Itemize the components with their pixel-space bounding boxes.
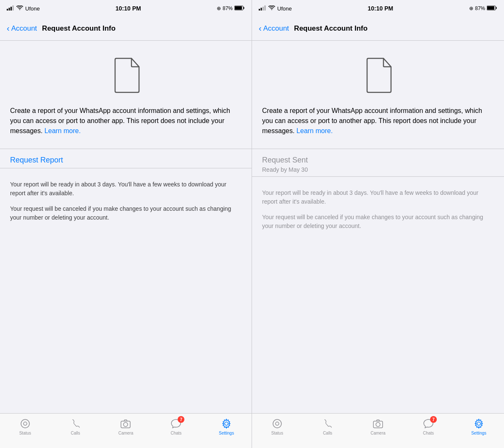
- svg-rect-13: [261, 8, 262, 10]
- tab-label-chats-2: Chats: [423, 431, 434, 435]
- wifi-icon-2: [268, 5, 275, 12]
- tab-camera-2[interactable]: Camera: [365, 418, 391, 435]
- chevron-left-icon-2: ‹: [259, 24, 262, 32]
- tab-camera-1[interactable]: Camera: [113, 418, 138, 435]
- status-left-1: Ufone: [7, 5, 40, 12]
- svg-rect-15: [265, 5, 266, 10]
- tab-chats-2[interactable]: 7 Chats: [416, 418, 441, 435]
- battery-icon-2: [487, 5, 497, 12]
- icon-area-1: [0, 41, 252, 106]
- svg-point-11: [225, 422, 228, 425]
- tab-bar-2: Status Calls Camera: [252, 413, 504, 448]
- tab-label-chats-1: Chats: [171, 431, 181, 435]
- ready-by-text: Ready by May 30: [262, 166, 494, 173]
- page-title-1: Request Account Info: [42, 24, 116, 33]
- document-icon-2: [363, 58, 393, 93]
- location-icon-2: ⊕: [469, 5, 473, 11]
- page-title-2: Request Account Info: [294, 24, 368, 33]
- chats-icon-2: 7: [423, 418, 434, 430]
- learn-more-link-1[interactable]: Learn more.: [45, 127, 81, 134]
- svg-rect-14: [262, 7, 264, 10]
- battery-icon-1: [234, 5, 245, 12]
- tab-label-camera-1: Camera: [118, 431, 134, 435]
- battery-percent-2: 87%: [475, 5, 485, 11]
- svg-point-19: [273, 419, 281, 428]
- svg-point-23: [477, 422, 480, 425]
- chats-icon-1: 7: [170, 418, 182, 430]
- divider-1: [0, 168, 252, 168]
- document-icon-1: [111, 58, 141, 93]
- svg-rect-1: [9, 8, 10, 10]
- status-right-2: ⊕ 87%: [469, 5, 497, 12]
- tab-chats-1[interactable]: 7 Chats: [163, 418, 189, 435]
- chats-badge-1: 7: [178, 416, 184, 423]
- camera-icon-1: [120, 418, 131, 430]
- status-right-1: ⊕ 87%: [217, 5, 245, 12]
- camera-icon-2: [372, 418, 384, 430]
- svg-point-8: [24, 422, 27, 425]
- learn-more-link-2[interactable]: Learn more.: [297, 127, 333, 134]
- carrier-name-1: Ufone: [25, 5, 40, 12]
- back-label-1: Account: [11, 24, 37, 33]
- tab-status-2[interactable]: Status: [265, 418, 290, 435]
- tab-label-status-2: Status: [271, 431, 283, 435]
- chevron-left-icon-1: ‹: [7, 24, 10, 32]
- svg-point-22: [376, 422, 380, 427]
- location-icon: ⊕: [217, 5, 221, 11]
- chats-badge-2: 7: [430, 416, 437, 423]
- nav-bar-2: ‹ Account Request Account Info: [252, 17, 504, 41]
- svg-rect-18: [487, 6, 494, 10]
- panel-2: Ufone 10:10 PM ⊕ 87% ‹ Account Request A…: [252, 0, 504, 448]
- back-button-2[interactable]: ‹ Account: [259, 24, 289, 33]
- main-content-2: Create a report of your WhatsApp account…: [252, 41, 504, 413]
- tab-calls-2[interactable]: Calls: [315, 418, 340, 435]
- svg-rect-3: [13, 5, 14, 10]
- action-section-2: Request Sent Ready by May 30: [252, 149, 504, 176]
- request-sent-title: Request Sent: [262, 156, 494, 165]
- tab-label-settings-1: Settings: [219, 431, 234, 435]
- svg-point-20: [276, 422, 279, 425]
- info-text-1a: Your report will be ready in about 3 day…: [10, 180, 242, 198]
- back-button-1[interactable]: ‹ Account: [7, 24, 37, 33]
- tab-label-camera-2: Camera: [370, 431, 386, 435]
- settings-icon-2: [473, 418, 485, 430]
- battery-percent-1: 87%: [223, 5, 233, 11]
- status-icon-2: [271, 418, 283, 430]
- description-text-2: Create a report of your WhatsApp account…: [262, 106, 494, 136]
- tab-label-status-1: Status: [19, 431, 31, 435]
- info-text-2a: Your report will be ready in about 3 day…: [262, 189, 494, 206]
- request-report-button-1[interactable]: Request Report: [10, 156, 63, 165]
- divider-2: [252, 176, 504, 177]
- status-time-2: 10:10 PM: [368, 5, 393, 12]
- tab-settings-1[interactable]: Settings: [214, 418, 239, 435]
- tab-label-calls-1: Calls: [71, 431, 80, 435]
- svg-point-7: [21, 419, 29, 428]
- info-text-1b: Your request will be canceled if you mak…: [10, 204, 242, 222]
- tab-label-settings-2: Settings: [471, 431, 486, 435]
- status-bar-2: Ufone 10:10 PM ⊕ 87%: [252, 0, 504, 17]
- svg-rect-6: [235, 6, 242, 10]
- signal-icon-2: [259, 5, 266, 12]
- tab-bar-1: Status Calls Camera: [0, 413, 252, 448]
- svg-rect-12: [259, 9, 260, 10]
- description-text-1: Create a report of your WhatsApp account…: [10, 106, 242, 136]
- status-left-2: Ufone: [259, 5, 292, 12]
- svg-rect-5: [244, 7, 244, 9]
- wifi-icon: [16, 5, 23, 12]
- signal-icon: [7, 5, 14, 12]
- info-text-2b: Your request will be canceled if you mak…: [262, 213, 494, 231]
- calls-icon-2: [322, 418, 333, 430]
- back-label-2: Account: [263, 24, 289, 33]
- description-area-1: Create a report of your WhatsApp account…: [0, 106, 252, 149]
- icon-area-2: [252, 41, 504, 106]
- tab-status-1[interactable]: Status: [13, 418, 38, 435]
- svg-rect-2: [10, 7, 12, 10]
- status-bar-1: Ufone 10:10 PM ⊕ 87%: [0, 0, 252, 17]
- tab-calls-1[interactable]: Calls: [63, 418, 88, 435]
- svg-point-10: [123, 422, 128, 427]
- tab-settings-2[interactable]: Settings: [466, 418, 491, 435]
- calls-icon-1: [70, 418, 81, 430]
- description-area-2: Create a report of your WhatsApp account…: [252, 106, 504, 149]
- tab-label-calls-2: Calls: [323, 431, 332, 435]
- carrier-name-2: Ufone: [277, 5, 292, 12]
